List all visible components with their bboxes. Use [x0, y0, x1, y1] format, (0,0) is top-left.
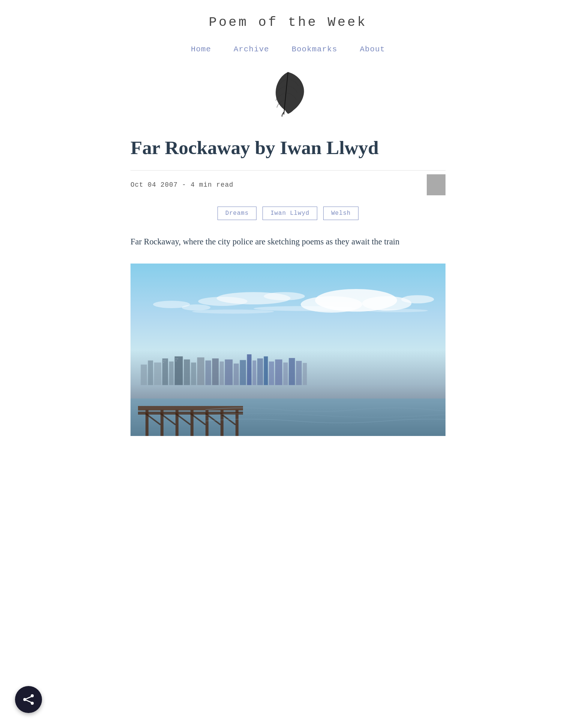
- svg-line-63: [26, 697, 32, 699]
- svg-rect-39: [164, 361, 164, 361]
- tag-dreams[interactable]: Dreams: [218, 207, 256, 220]
- svg-rect-27: [234, 364, 239, 385]
- svg-rect-30: [252, 361, 256, 385]
- nav-home[interactable]: Home: [191, 45, 211, 54]
- svg-rect-14: [141, 365, 147, 385]
- svg-point-10: [401, 295, 434, 304]
- feather-logo-icon: [266, 69, 310, 117]
- svg-rect-15: [148, 361, 153, 385]
- svg-rect-38: [303, 363, 307, 385]
- svg-marker-1: [430, 177, 442, 192]
- svg-rect-32: [264, 357, 268, 385]
- article-intro: Far Rockaway, where the city police are …: [130, 235, 446, 249]
- svg-rect-26: [225, 360, 233, 385]
- svg-rect-18: [169, 362, 174, 385]
- svg-rect-23: [206, 361, 211, 385]
- nav-about[interactable]: About: [360, 45, 385, 54]
- main-nav: Home Archive Bookmarks About: [8, 41, 568, 61]
- svg-rect-44: [176, 361, 176, 361]
- article-image: [130, 264, 446, 436]
- svg-rect-34: [275, 360, 282, 385]
- article-date: Oct 04 2007 - 4 min read: [130, 181, 234, 189]
- city-skyline-svg: [130, 333, 446, 400]
- water-area: [130, 398, 446, 436]
- nav-bookmarks[interactable]: Bookmarks: [292, 45, 338, 54]
- tags-row: Dreams Iwan Llwyd Welsh: [130, 207, 446, 220]
- svg-rect-31: [257, 358, 263, 385]
- article-title: Far Rockaway by Iwan Llwyd: [130, 136, 446, 159]
- divider: [130, 170, 446, 171]
- svg-rect-22: [197, 358, 204, 385]
- svg-rect-17: [162, 358, 168, 385]
- tag-welsh[interactable]: Welsh: [323, 207, 358, 220]
- svg-rect-21: [191, 363, 196, 385]
- bookmark-button[interactable]: [427, 174, 446, 195]
- svg-line-64: [26, 700, 32, 703]
- svg-rect-28: [240, 360, 246, 385]
- bookmark-icon: [430, 177, 442, 192]
- water-ripples: [206, 402, 446, 432]
- svg-point-12: [192, 310, 274, 314]
- svg-rect-37: [296, 361, 302, 385]
- article-meta: Oct 04 2007 - 4 min read: [130, 174, 446, 195]
- svg-point-13: [366, 309, 428, 312]
- site-header: Poem of the Week Home Archive Bookmarks …: [0, 0, 576, 136]
- svg-point-7: [264, 292, 304, 301]
- svg-rect-41: [164, 362, 164, 363]
- svg-rect-35: [283, 363, 288, 385]
- svg-point-9: [182, 304, 211, 310]
- nav-archive[interactable]: Archive: [234, 45, 269, 54]
- svg-rect-36: [289, 358, 295, 385]
- svg-rect-33: [269, 362, 274, 385]
- svg-rect-25: [220, 362, 224, 385]
- tag-iwan-llwyd[interactable]: Iwan Llwyd: [262, 207, 317, 220]
- svg-rect-24: [212, 358, 219, 385]
- svg-rect-29: [247, 354, 252, 385]
- svg-rect-40: [165, 361, 165, 361]
- svg-rect-20: [184, 360, 190, 385]
- svg-rect-42: [176, 358, 176, 359]
- share-icon: [22, 693, 35, 706]
- svg-point-11: [254, 306, 356, 311]
- svg-point-6: [198, 297, 247, 306]
- share-fab-button[interactable]: [15, 686, 42, 713]
- svg-rect-16: [154, 363, 161, 385]
- site-title: Poem of the Week: [8, 15, 568, 30]
- svg-rect-43: [177, 358, 178, 359]
- article-main: Far Rockaway by Iwan Llwyd Oct 04 2007 -…: [108, 136, 468, 436]
